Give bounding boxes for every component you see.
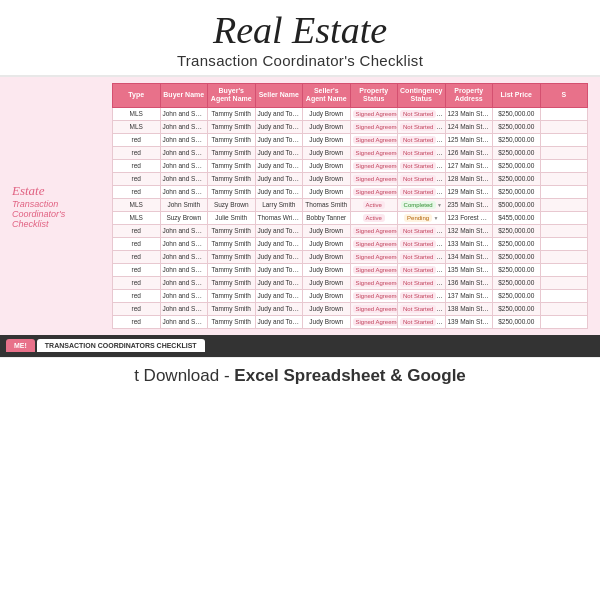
table-row: MLSJohn and Suzy DoeTammy SmithJudy and … — [113, 120, 588, 133]
table-row: MLSJohn and Suzy DoeTammy SmithJudy and … — [113, 107, 588, 120]
brand-label: Estate — [12, 183, 102, 199]
table-cell: Judy Brown — [303, 302, 351, 315]
table-cell: Signed Agreement — [350, 263, 398, 276]
table-cell: Judy Brown — [303, 289, 351, 302]
table-cell: John and Suzy Doe — [160, 237, 208, 250]
table-cell: Active — [350, 198, 398, 211]
table-cell: 128 Main Street — [445, 172, 493, 185]
table-cell: Judy and Tom Wright — [255, 302, 303, 315]
table-cell: Thomas Wright — [255, 211, 303, 224]
table-cell: Signed Agreement — [350, 289, 398, 302]
table-cell: Judy and Tom Wright — [255, 146, 303, 159]
table-cell: red — [113, 224, 161, 237]
table-row: redJohn and Suzy DoeTammy SmithJudy and … — [113, 185, 588, 198]
table-cell: Not Started ▼ — [398, 172, 446, 185]
table-cell: $250,000.00 — [493, 315, 541, 328]
table-row: redJohn and Suzy DoeTammy SmithJudy and … — [113, 263, 588, 276]
table-cell — [540, 198, 588, 211]
table-cell: Not Started ▼ — [398, 263, 446, 276]
table-cell: 123 Forest Lane — [445, 211, 493, 224]
table-cell: Tammy Smith — [208, 276, 256, 289]
table-cell: $250,000.00 — [493, 159, 541, 172]
table-cell: red — [113, 315, 161, 328]
col-property-status: Property Status — [350, 83, 398, 107]
table-cell: 235 Main Street — [445, 198, 493, 211]
table-cell: Judy and Tom Wright — [255, 237, 303, 250]
footer-section: t Download - Excel Spreadsheet & Google — [0, 357, 600, 390]
table-cell: Larry Smith — [255, 198, 303, 211]
table-cell: $500,000.00 — [493, 198, 541, 211]
table-cell: $250,000.00 — [493, 120, 541, 133]
preview-brand-block: Estate Transaction Coordinator'sChecklis… — [12, 183, 102, 229]
col-price: List Price — [493, 83, 541, 107]
table-cell: MLS — [113, 107, 161, 120]
table-cell: Not Started ▼ — [398, 107, 446, 120]
table-cell: John and Suzy Doe — [160, 302, 208, 315]
table-cell: John and Suzy Doe — [160, 159, 208, 172]
table-cell: MLS — [113, 211, 161, 224]
table-cell — [540, 302, 588, 315]
table-cell: 134 Main Street — [445, 250, 493, 263]
table-cell: MLS — [113, 198, 161, 211]
table-cell: $250,000.00 — [493, 289, 541, 302]
table-cell: $250,000.00 — [493, 133, 541, 146]
table-cell: red — [113, 302, 161, 315]
table-cell: John and Suzy Doe — [160, 133, 208, 146]
table-row: redJohn and Suzy DoeTammy SmithJudy and … — [113, 315, 588, 328]
table-cell: Judy and Tom Wright — [255, 315, 303, 328]
table-cell — [540, 120, 588, 133]
table-cell: John and Suzy Doe — [160, 185, 208, 198]
table-row: MLSJohn SmithSuzy BrownLarry SmithThomas… — [113, 198, 588, 211]
table-cell: Tammy Smith — [208, 133, 256, 146]
table-row: redJohn and Suzy DoeTammy SmithJudy and … — [113, 289, 588, 302]
preview-banner: Estate Transaction Coordinator'sChecklis… — [0, 77, 600, 335]
table-cell: Not Started ▼ — [398, 302, 446, 315]
table-cell: Judy Brown — [303, 224, 351, 237]
table-cell: $250,000.00 — [493, 276, 541, 289]
col-address: Property Address — [445, 83, 493, 107]
table-cell: Bobby Tanner — [303, 211, 351, 224]
table-cell: Judy Brown — [303, 133, 351, 146]
table-cell: Signed Agreement — [350, 172, 398, 185]
table-cell — [540, 224, 588, 237]
table-cell: Judy and Tom Wright — [255, 224, 303, 237]
tab-me[interactable]: ME! — [6, 339, 35, 352]
main-subtitle: Transaction Coordinator's Checklist — [0, 52, 600, 69]
table-cell: 123 Main Street — [445, 107, 493, 120]
table-cell — [540, 263, 588, 276]
table-cell: 135 Main Street — [445, 263, 493, 276]
tab-bar: ME! TRANSACTION COORDINATORS CHECKLIST — [0, 335, 600, 357]
table-cell: Judy Brown — [303, 185, 351, 198]
table-cell — [540, 237, 588, 250]
table-cell: Judy Brown — [303, 237, 351, 250]
table-cell: red — [113, 289, 161, 302]
table-cell: John and Suzy Doe — [160, 120, 208, 133]
table-cell: Suzy Brown — [208, 198, 256, 211]
table-cell: red — [113, 146, 161, 159]
col-seller-name: Seller Name — [255, 83, 303, 107]
table-cell: Signed Agreement — [350, 133, 398, 146]
table-cell: Signed Agreement — [350, 276, 398, 289]
table-cell: 133 Main Street — [445, 237, 493, 250]
table-cell: 127 Main Street — [445, 159, 493, 172]
table-cell: Judy and Tom Wright — [255, 120, 303, 133]
table-cell: red — [113, 250, 161, 263]
table-cell: 139 Main Street — [445, 315, 493, 328]
table-cell: John and Suzy Doe — [160, 172, 208, 185]
spreadsheet-wrapper: Type Buyer Name Buyer's Agent Name Selle… — [112, 83, 588, 329]
table-cell: John and Suzy Doe — [160, 146, 208, 159]
table-cell: $250,000.00 — [493, 172, 541, 185]
table-cell: Signed Agreement — [350, 250, 398, 263]
table-cell: Not Started ▼ — [398, 289, 446, 302]
table-cell: Not Started ▼ — [398, 185, 446, 198]
table-cell: Judy Brown — [303, 120, 351, 133]
table-cell: Signed Agreement — [350, 159, 398, 172]
table-cell: John and Suzy Doe — [160, 276, 208, 289]
table-cell: John and Suzy Doe — [160, 224, 208, 237]
footer-text: t Download - Excel Spreadsheet & Google — [0, 366, 600, 386]
table-cell: Not Started ▼ — [398, 250, 446, 263]
table-cell: Judy Brown — [303, 276, 351, 289]
table-cell: Judy and Tom Wright — [255, 133, 303, 146]
table-cell: red — [113, 185, 161, 198]
tab-checklist[interactable]: TRANSACTION COORDINATORS CHECKLIST — [37, 339, 205, 352]
